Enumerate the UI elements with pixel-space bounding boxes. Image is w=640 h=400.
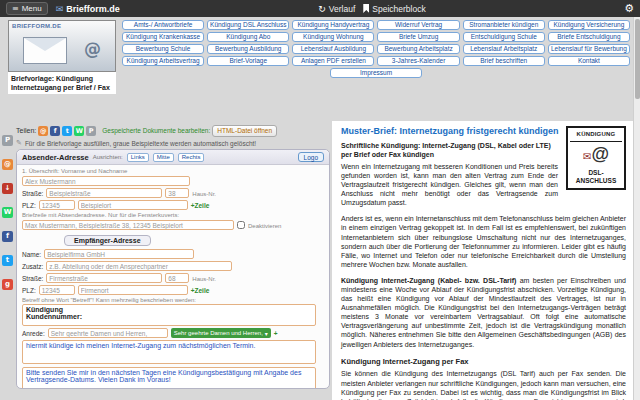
badge-at: @ [591,144,609,164]
add-anrede-button[interactable]: + [274,330,278,337]
recipient-name-row: Name: [22,249,324,259]
nav-item-briefe-umzug[interactable]: Briefe Umzug [377,32,459,42]
content: P @ ↓ W f t g Teilen: @ f t W P Gespeich… [0,121,640,400]
letter-form: Absender-Adresse Ausrichten: Links Mitte… [16,149,330,389]
nav-item-lebenslauf-ausbildung[interactable]: Lebenslauf Ausbildung [292,44,374,54]
recipient-add-line-link[interactable]: +Zeile [191,287,210,294]
nav-item-impressum[interactable]: Impressum [330,68,422,78]
nav-item-kuendigung-arbeitsvertrag[interactable]: Kündigung Arbeitsvertrag [122,56,204,66]
nav-item-briefe-entschuldigung[interactable]: Briefe Entschuldigung [548,32,630,42]
sender-plz-input[interactable] [39,200,75,210]
open-html-button[interactable]: HTML-Datei öffnen [212,125,277,137]
nav-item-widerruf-vertrag[interactable]: Widerruf Vertrag [377,20,459,30]
nav-item-kuendigung-handyvertrag[interactable]: Kündigung Handyvertrag [292,20,374,30]
speicherblock-label: Speicherblock [372,4,425,14]
nav-grid: Amts-/ Antwortbriefe Kündigung DSL Ansch… [122,20,630,78]
article-subheading-fax: Kündigung Internet-Zugang per Fax [341,357,626,367]
nav-item-kontakt[interactable]: Kontakt [548,56,630,66]
gear-icon[interactable]: ⚙ [624,2,634,15]
sender-name-input[interactable] [22,176,190,186]
page: { "colors": { "topbar_bg": "#333333", "n… [0,0,640,400]
verlauf-label: Verlauf [329,4,355,14]
nav-item-lebenslauf-arbeitsplatz[interactable]: Lebenslauf Arbeitsplatz [463,44,545,54]
sender-add-line-link[interactable]: +Zeile [191,202,210,209]
logo-button[interactable]: Logo [298,152,324,162]
menu-label: Menu [22,4,42,13]
anrede-label: Anrede: [22,330,45,337]
align-center-button[interactable]: Mitte [153,153,174,162]
recipient-title: Empfänger-Adresse [64,235,151,246]
recipient-zusatz-row: Zusatz: [22,261,324,271]
letter-body-textarea[interactable]: hiermit kündige ich meinen Internet-Zuga… [22,340,316,364]
twitter-icon[interactable]: t [62,126,72,136]
anrede-select[interactable]: Sehr geehrte Damen und Herren, ▾ [171,328,271,338]
nav-item-kuendigung-versicherung[interactable]: Kündigung Versicherung [548,20,630,30]
sender-strasse-input[interactable] [46,188,162,198]
align-left-button[interactable]: Links [127,153,149,162]
email-share-icon[interactable]: @ [2,159,13,170]
nav-item-kuendigung-wohnung[interactable]: Kündigung Wohnung [292,32,374,42]
nav-item-amts-antwortbriefe[interactable]: Amts-/ Antwortbriefe [122,20,204,30]
nav-item-entschuldigung-schule[interactable]: Entschuldigung Schule [463,32,545,42]
nav-item-kuendigung-abo[interactable]: Kündigung Abo [207,32,289,42]
badge-line3: ANSCHLUSS [570,177,622,185]
googleplus-share-icon[interactable]: g [2,279,13,290]
topbar-center: ↻ Verlauf Speicherblock [318,4,425,14]
article-paragraph-2: Anders ist es, wenn ein Internetanschlus… [341,214,626,269]
pdf-share-icon[interactable]: ↓ [2,183,13,194]
nav-item-bewerbung-ausbildung[interactable]: Bewerbung Ausbildung [207,44,289,54]
nav-item-kuendigung-dsl-anschluss[interactable]: Kündigung DSL Anschluss [207,20,289,30]
briefform-logo-image[interactable]: BRIEFFORM.DE @ [8,20,116,72]
verlauf-button[interactable]: ↻ Verlauf [318,4,355,14]
logo-card: BRIEFFORM.DE @ Briefvorlage: Kündigung I… [8,20,116,94]
nav-item-kuendigung-krankenkasse[interactable]: Kündigung Krankenkasse [122,32,204,42]
anrede-input[interactable] [48,328,168,338]
print-share-icon[interactable]: P [2,135,13,146]
share-toolbar: Teilen: @ f t W P Gespeicherte Dokumente… [16,124,330,137]
chevron-down-icon: ▾ [265,330,268,337]
recipient-hausnr-input[interactable] [165,273,189,283]
recipient-plz-input[interactable] [39,285,75,295]
nav-item-stromanbieter-kuendigen[interactable]: Stromanbieter kündigen [463,20,545,30]
betreff-label: Betreff ohne Wort "Betreff"! Kann mehrze… [22,297,324,303]
email-icon[interactable]: @ [38,126,48,136]
print-icon[interactable]: P [86,126,96,136]
recipient-strasse-row: Straße: Haus-Nr. [22,273,324,283]
nav-item-bewerbung-schule[interactable]: Bewerbung Schule [122,44,204,54]
menu-button[interactable]: ≡ Menu [6,2,48,15]
facebook-icon[interactable]: f [50,126,60,136]
recipient-plz-label: PLZ: [22,287,36,294]
sender-ort-input[interactable] [78,200,188,210]
deaktivieren-checkbox[interactable] [237,221,245,229]
recipient-name-input[interactable] [44,249,194,259]
align-right-button[interactable]: Rechts [178,153,205,162]
nav-item-brief-vorlage[interactable]: Brief-Vorlage [207,56,289,66]
envelope-icon: ✉ [56,4,64,14]
facebook-share-icon[interactable]: f [2,231,13,242]
saved-docs-label: Gespeicherte Dokumente bearbeiten: [102,127,210,134]
twitter-share-icon[interactable]: t [2,255,13,266]
recipient-zusatz-input[interactable] [46,261,232,271]
pencil-icon: ✎ [16,139,22,147]
letter-closing-textarea[interactable]: Bitte senden Sie mir in den nächsten Tag… [22,367,316,389]
nav-item-3-jahres-kalender[interactable]: 3-Jahres-Kalender [377,56,459,66]
recipient-ort-input[interactable] [78,285,188,295]
nav-region: BRIEFFORM.DE @ Briefvorlage: Kündigung I… [0,17,640,121]
betreff-textarea[interactable]: Kündigung Kundennummer: [22,304,316,326]
recipient-strasse-input[interactable] [46,273,162,283]
nav-item-brief-beschriften[interactable]: Brief beschriften [463,56,545,66]
page-title: Briefvorlage: Kündigung Internetzugang p… [8,72,116,94]
nav-item-lebenslauf-fuer-bewerbung[interactable]: Lebenslauf für Bewerbung [548,44,630,54]
brand[interactable]: ✉ Briefform.de [56,4,120,14]
recipient-strasse-label: Straße: [22,275,43,282]
nav-item-anlagen-pdf-erstellen[interactable]: Anlagen PDF erstellen [292,56,374,66]
fenster-label: Briefzeile mit Absenderadresse. Nur für … [22,212,324,218]
nav-item-bewerbung-arbeitsplatz[interactable]: Bewerbung Arbeitsplatz [377,44,459,54]
fenster-line-input[interactable] [22,220,234,230]
recipient-plz-row: PLZ: +Zeile [22,285,324,295]
whatsapp-share-icon[interactable]: W [2,207,13,218]
speicherblock-button[interactable]: Speicherblock [363,4,425,14]
whatsapp-icon[interactable]: W [74,126,84,136]
scrollbar-thumb[interactable] [635,19,640,99]
sender-hausnr-input[interactable] [165,188,189,198]
